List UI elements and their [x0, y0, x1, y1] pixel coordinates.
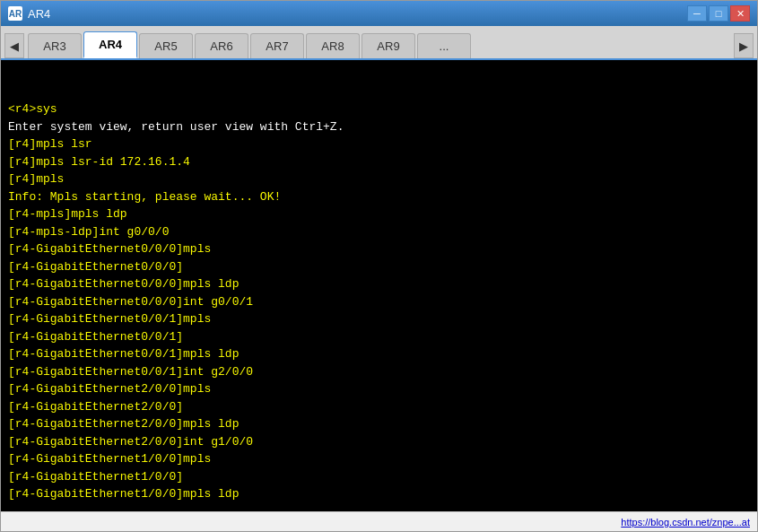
- terminal-line: [r4-GigabitEthernet1/0/0]: [8, 468, 750, 486]
- terminal-line: Enter system view, return user view with…: [8, 118, 750, 136]
- tab-ar3[interactable]: AR3: [28, 33, 82, 58]
- main-window: AR AR4 ─ □ ✕ ◀ AR3AR4AR5AR6AR7AR8AR9... …: [0, 0, 758, 532]
- terminal-line: <r4>sys: [8, 100, 750, 118]
- terminal-line: [r4-GigabitEthernet0/0/1]int g2/0/0: [8, 363, 750, 381]
- minimize-button[interactable]: ─: [687, 5, 707, 22]
- tab-more[interactable]: ...: [417, 33, 471, 58]
- close-button[interactable]: ✕: [730, 5, 750, 22]
- terminal-line: [r4-GigabitEthernet2/0/0]: [8, 398, 750, 416]
- status-url: https://blog.csdn.net/znpe...at: [621, 517, 750, 528]
- terminal-line: [r4]mpls: [8, 170, 750, 188]
- terminal-line: [r4-GigabitEthernet1/0/0]mpls: [8, 450, 750, 468]
- terminal-line: [r4-GigabitEthernet0/0/0]mpls: [8, 240, 750, 258]
- tab-ar6[interactable]: AR6: [195, 33, 248, 58]
- tab-bar: ◀ AR3AR4AR5AR6AR7AR8AR9... ▶: [1, 26, 757, 60]
- terminal-line: [r4-GigabitEthernet0/0/0]int g0/0/1: [8, 293, 750, 311]
- terminal-line: [r4-mpls-ldp]int g0/0/0: [8, 223, 750, 241]
- terminal-line: [r4-mpls]mpls ldp: [8, 205, 750, 223]
- terminal-line: [r4-GigabitEthernet0/0/0]mpls ldp: [8, 275, 750, 293]
- app-icon: AR: [8, 6, 22, 21]
- terminal-line: [r4-GigabitEthernet0/0/1]: [8, 328, 750, 346]
- window-title: AR4: [28, 7, 687, 21]
- tab-ar4[interactable]: AR4: [83, 31, 137, 58]
- tabs-container: AR3AR4AR5AR6AR7AR8AR9...: [24, 31, 734, 58]
- window-controls: ─ □ ✕: [687, 5, 750, 22]
- terminal-line: [r4-GigabitEthernet2/0/0]int g1/0/0: [8, 433, 750, 451]
- terminal-output[interactable]: <r4>sysEnter system view, return user vi…: [1, 60, 757, 511]
- tab-ar9[interactable]: AR9: [362, 33, 415, 58]
- terminal-line: [r4]mpls lsr-id 172.16.1.4: [8, 153, 750, 171]
- terminal-line: [r4-GigabitEthernet2/0/0]mpls: [8, 380, 750, 398]
- terminal-line: [r4-GigabitEthernet0/0/1]mpls: [8, 310, 750, 328]
- maximize-button[interactable]: □: [709, 5, 728, 22]
- terminal-line: [r4-GigabitEthernet0/0/1]mpls ldp: [8, 345, 750, 363]
- terminal-line: [r4]mpls lsr: [8, 135, 750, 153]
- tab-ar7[interactable]: AR7: [250, 33, 304, 58]
- status-bar: https://blog.csdn.net/znpe...at: [1, 511, 757, 531]
- tab-prev-button[interactable]: ◀: [4, 33, 24, 58]
- terminal-line: [r4-GigabitEthernet1/0/0]mpls ldp: [8, 485, 750, 503]
- tab-ar8[interactable]: AR8: [306, 33, 360, 58]
- content-area: <r4>sysEnter system view, return user vi…: [1, 60, 757, 511]
- terminal-line: [r4-GigabitEthernet0/0/0]: [8, 258, 750, 276]
- terminal-line: [r4-GigabitEthernet2/0/0]mpls ldp: [8, 415, 750, 433]
- tab-ar5[interactable]: AR5: [139, 33, 193, 58]
- terminal-line: Info: Mpls starting, please wait... OK!: [8, 188, 750, 206]
- tab-next-button[interactable]: ▶: [734, 33, 754, 58]
- title-bar: AR AR4 ─ □ ✕: [1, 1, 757, 26]
